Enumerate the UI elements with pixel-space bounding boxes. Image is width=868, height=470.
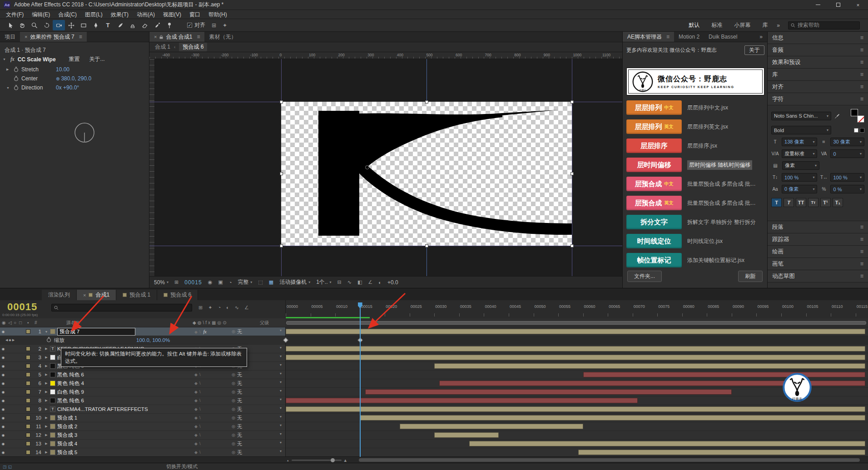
expander-icon[interactable]: ▶	[44, 373, 49, 376]
layer-row-8[interactable]: ◉8▶黑色 纯色 6◆\◎无▾	[0, 396, 285, 405]
timeline-button-icon[interactable]: ◧	[357, 279, 362, 285]
pickwhip-icon[interactable]: ◎	[232, 450, 235, 455]
menu-item-6[interactable]: 动画(A)	[133, 10, 159, 19]
fill-color-swatch[interactable]	[851, 109, 858, 116]
label-color-swatch[interactable]	[26, 346, 30, 351]
font-size-dropdown[interactable]: 138 像素▾	[782, 138, 817, 146]
selection-handle[interactable]	[570, 172, 574, 175]
current-time-display[interactable]: 00015	[7, 301, 37, 313]
script-button-2[interactable]: 层层排列英文	[626, 119, 682, 134]
layer-name[interactable]: CINEMA4...TRATOR AFTEREFFECTS	[57, 406, 148, 412]
eye-icon[interactable]: ◉	[0, 399, 6, 403]
selection-handle[interactable]	[280, 100, 283, 104]
panel-menu-icon[interactable]: ≡	[860, 236, 863, 242]
vertical-scale-dropdown[interactable]: 100 %▾	[782, 173, 817, 182]
panel-menu-icon[interactable]: ≡	[860, 261, 863, 267]
script-button-8[interactable]: 时间线定位	[626, 234, 682, 248]
white-swatch[interactable]	[854, 128, 858, 133]
shape-tool[interactable]	[77, 20, 89, 30]
layer-duration-bar[interactable]	[286, 355, 865, 360]
timeline-tab-合成1[interactable]: ×合成1	[77, 290, 116, 300]
track-row-11[interactable]	[286, 422, 868, 431]
layer-duration-bar[interactable]	[400, 424, 583, 429]
track-row-5[interactable]	[286, 371, 868, 379]
expander-icon[interactable]: ▶	[44, 399, 49, 402]
parent-dropdown[interactable]: 无▾	[237, 423, 285, 430]
zoom-slider-knob[interactable]	[331, 458, 335, 462]
motion-blur-icon[interactable]: ∿	[235, 305, 239, 311]
layer-switches[interactable]: ◆\	[192, 424, 232, 429]
script-button-1[interactable]: 层层排列中文	[626, 100, 682, 115]
panel-header-绘画[interactable]: 绘画≡	[768, 246, 868, 258]
expander-icon[interactable]: ▼	[44, 330, 49, 333]
label-color-swatch[interactable]	[26, 407, 30, 411]
track-row-4[interactable]	[286, 362, 868, 371]
panel-menu-icon[interactable]: ≡	[666, 34, 670, 40]
parent-dropdown[interactable]: 无▾	[237, 406, 285, 413]
panel-menu-icon[interactable]: ≡	[860, 96, 863, 102]
layer-name[interactable]: 黄色 纯色 4	[57, 380, 84, 387]
layer-row-12[interactable]: ◉12▶预合成 3◆\◎无▾	[0, 431, 285, 440]
workspace-tab-2[interactable]: 标准	[711, 21, 722, 29]
snap-checkbox[interactable]: ✓	[187, 23, 192, 28]
direction-dial[interactable]	[73, 121, 96, 144]
stopwatch-icon[interactable]	[46, 337, 51, 343]
tracking-dropdown[interactable]: 0▾	[830, 149, 864, 158]
workspace-tab-4[interactable]: 库	[762, 21, 768, 29]
superscript-button[interactable]: T¹	[820, 198, 831, 207]
layer-row-11[interactable]: ◉11▶预合成 2◆\◎无▾	[0, 422, 285, 431]
label-color-swatch[interactable]	[26, 372, 30, 377]
comp-viewport[interactable]	[149, 59, 622, 276]
parent-dropdown[interactable]: 无▾	[237, 371, 285, 378]
selection-handle[interactable]	[570, 100, 574, 104]
panel-header-信息[interactable]: 信息≡	[768, 32, 868, 44]
menu-item-1[interactable]: 文件(F)	[2, 10, 28, 19]
expander-icon[interactable]: ▶	[44, 381, 49, 385]
parent-dropdown[interactable]: 无▾	[237, 328, 285, 335]
center-value[interactable]: ⊕380.0, 290.0	[56, 75, 91, 82]
fill-stroke-swatches[interactable]	[851, 109, 864, 123]
property-value[interactable]: 100.0, 100.0%	[136, 337, 170, 343]
layer-switches[interactable]: ◆\	[192, 407, 232, 411]
track-row-3[interactable]	[286, 353, 868, 362]
parent-dropdown[interactable]: 无▾	[237, 449, 285, 456]
font-family-dropdown[interactable]: Noto Sans S Chin...▾	[771, 112, 831, 120]
eye-icon[interactable]: ◉	[0, 373, 6, 377]
eye-icon[interactable]: ◉	[0, 381, 6, 386]
close-icon[interactable]: ×	[154, 34, 157, 40]
expander-icon[interactable]: ▶	[44, 433, 49, 437]
pickwhip-icon[interactable]: ◎	[232, 398, 235, 403]
tab-duik-bassel[interactable]: Duik Bassel	[704, 32, 742, 42]
label-color-swatch[interactable]	[26, 355, 30, 360]
track-row-14[interactable]	[286, 448, 868, 457]
timeline-scrollbar[interactable]	[359, 458, 860, 462]
panel-menu-icon[interactable]: ≡	[860, 47, 863, 53]
layer-row-10[interactable]: ◉10▶预合成 1◆\◎无▾	[0, 414, 285, 422]
track-row-6[interactable]	[286, 379, 868, 388]
faux-italic-button[interactable]: T	[784, 198, 794, 207]
panel-menu-icon[interactable]: ≡	[860, 84, 863, 90]
eye-icon[interactable]: ◉	[0, 450, 6, 455]
menu-item-5[interactable]: 效果(T)	[107, 10, 133, 19]
tab-project[interactable]: 项目	[0, 32, 20, 42]
type-tool[interactable]: T	[102, 20, 114, 30]
panel-menu-icon[interactable]: ≡	[860, 59, 863, 65]
eye-icon[interactable]: ◉	[0, 356, 6, 360]
clone-stamp-tool[interactable]	[126, 20, 139, 30]
script-button-5[interactable]: 层预合成中文	[626, 177, 682, 191]
layer-duration-bar[interactable]	[434, 363, 865, 369]
panel-header-段落[interactable]: 段落≡	[768, 221, 868, 233]
eye-icon[interactable]: ◉	[0, 416, 6, 420]
layer-duration-bar[interactable]	[286, 406, 865, 412]
timeline-tab-预合成 1[interactable]: 预合成 1	[116, 290, 157, 300]
eyedropper-icon[interactable]	[834, 113, 840, 119]
hide-shy-layers-icon[interactable]: ◔	[218, 305, 221, 311]
tab-footage[interactable]: 素材（无）	[204, 32, 241, 42]
flowchart-icon[interactable]: ∠	[368, 279, 372, 285]
tab-effect-controls[interactable]: × 效果控件 预合成 7 ≡	[20, 32, 87, 42]
label-color-swatch[interactable]	[26, 416, 30, 420]
expander-icon[interactable]: ▶	[44, 407, 49, 411]
track-row-12[interactable]	[286, 431, 868, 440]
stopwatch-icon[interactable]	[14, 76, 19, 81]
layer-row-5[interactable]: ◉5▶黑色 纯色 6◆\◎无▾	[0, 371, 285, 379]
